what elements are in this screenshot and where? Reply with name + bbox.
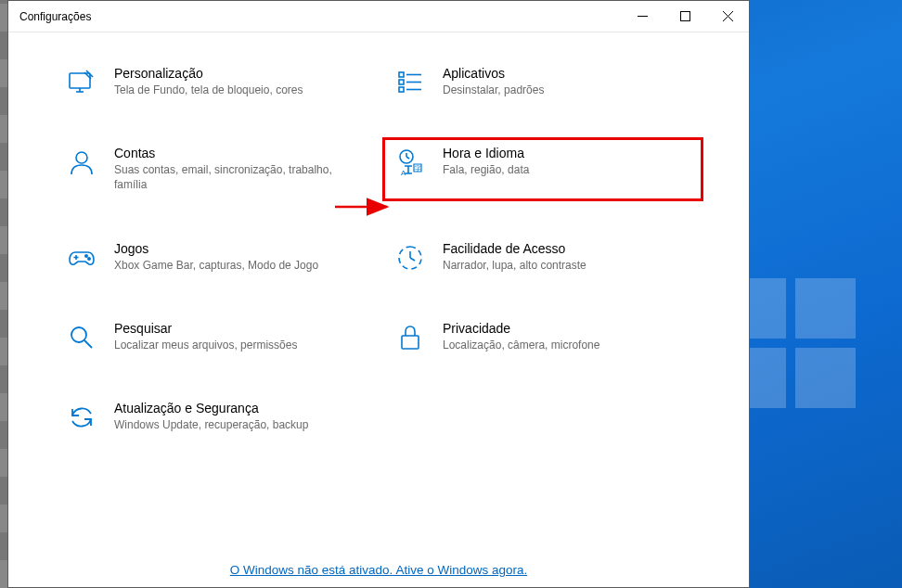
category-privacy[interactable]: Privacidade Localização, câmera, microfo… [383,313,702,360]
activation-link[interactable]: O Windows não está ativado. Ative o Wind… [230,563,527,577]
window-controls [621,1,749,32]
activation-footer: O Windows não está ativado. Ative o Wind… [8,561,749,578]
time-language-icon: 字 A [394,146,426,177]
svg-point-27 [71,327,86,342]
search-icon [66,321,97,352]
maximize-button[interactable] [664,1,706,32]
settings-content: Personalização Tela de Fundo, tela de bl… [8,32,749,587]
svg-rect-13 [399,87,404,92]
category-desc: Desinstalar, padrões [443,83,682,97]
category-desc: Narrador, lupa, alto contraste [443,258,682,273]
category-search[interactable]: Pesquisar Localizar meus arquivos, permi… [55,313,374,360]
category-title: Pesquisar [114,321,354,336]
category-title: Aplicativos [443,66,682,81]
category-gaming[interactable]: Jogos Xbox Game Bar, capturas, Modo de J… [55,234,374,280]
category-apps[interactable]: Aplicativos Desinstalar, padrões [383,58,702,105]
svg-point-15 [76,152,87,163]
svg-line-18 [406,157,409,159]
category-title: Facilidade de Acesso [443,241,682,256]
category-title: Contas [114,146,354,160]
category-desc: Localização, câmera, microfone [443,338,682,352]
svg-rect-11 [399,80,404,84]
category-desc: Windows Update, recuperação, backup [114,417,354,432]
apps-icon [394,66,426,97]
update-icon [66,401,97,432]
category-update-security[interactable]: Atualização e Segurança Windows Update, … [55,393,374,440]
svg-text:字: 字 [415,165,421,172]
category-desc: Fala, região, data [443,162,682,177]
desktop-left-strip [0,0,7,588]
category-personalization[interactable]: Personalização Tela de Fundo, tela de bl… [55,58,374,105]
category-title: Jogos [114,241,354,256]
category-desc: Xbox Game Bar, capturas, Modo de Jogo [114,258,354,273]
ease-of-access-icon [394,241,426,273]
accounts-icon [66,146,97,177]
category-ease-of-access[interactable]: Facilidade de Acesso Narrador, lupa, alt… [383,234,702,280]
svg-rect-29 [402,336,419,349]
minimize-button[interactable] [621,1,664,32]
category-grid: Personalização Tela de Fundo, tela de bl… [55,58,702,440]
category-desc: Localizar meus arquivos, permissões [114,338,354,352]
svg-point-24 [88,257,90,259]
svg-point-23 [85,254,87,256]
titlebar: Configurações [8,1,749,32]
window-title: Configurações [19,10,91,23]
category-time-language[interactable]: 字 A Hora e Idioma Fala, região, data [383,138,702,199]
category-accounts[interactable]: Contas Suas contas, email, sincronização… [55,138,374,199]
svg-line-28 [84,340,92,348]
svg-text:A: A [401,169,406,177]
settings-window: Configurações [7,0,750,588]
svg-line-26 [410,258,415,261]
gaming-icon [66,241,97,273]
category-desc: Suas contas, email, sincronização, traba… [114,162,354,192]
category-title: Personalização [114,66,354,81]
category-desc: Tela de Fundo, tela de bloqueio, cores [114,83,354,97]
personalization-icon [66,66,97,97]
svg-rect-9 [399,72,404,77]
category-title: Hora e Idioma [443,146,682,160]
privacy-icon [394,321,426,352]
category-title: Atualização e Segurança [114,401,354,415]
close-button[interactable] [706,1,749,32]
category-title: Privacidade [443,321,682,336]
svg-rect-1 [680,12,689,21]
